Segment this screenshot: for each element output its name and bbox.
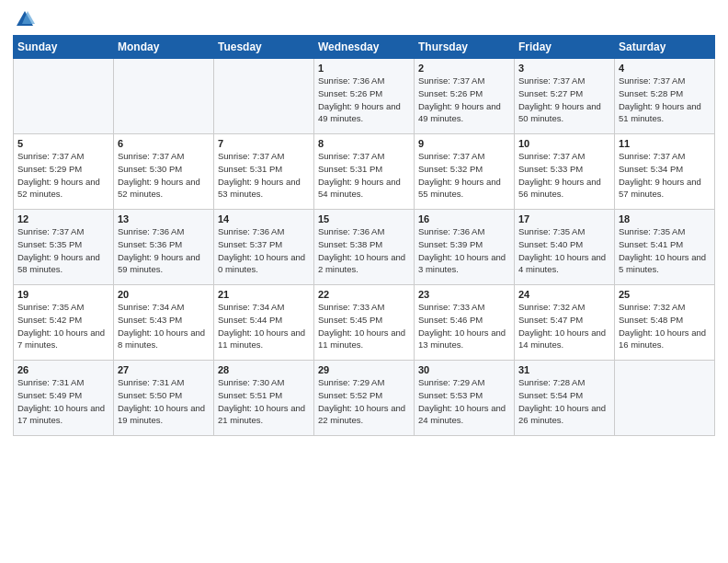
day-info: Sunrise: 7:37 AM Sunset: 5:33 PM Dayligh… <box>518 150 610 201</box>
day-info: Sunrise: 7:29 AM Sunset: 5:52 PM Dayligh… <box>318 376 410 427</box>
day-number: 27 <box>118 364 210 375</box>
day-cell-23: 23Sunrise: 7:33 AM Sunset: 5:46 PM Dayli… <box>415 285 515 361</box>
day-info: Sunrise: 7:35 AM Sunset: 5:41 PM Dayligh… <box>619 225 711 276</box>
day-cell-3: 3Sunrise: 7:37 AM Sunset: 5:27 PM Daylig… <box>515 59 615 134</box>
day-cell-30: 30Sunrise: 7:29 AM Sunset: 5:53 PM Dayli… <box>415 361 515 436</box>
day-number: 26 <box>17 364 109 375</box>
day-info: Sunrise: 7:36 AM Sunset: 5:38 PM Dayligh… <box>318 225 410 276</box>
day-number: 1 <box>318 63 410 74</box>
day-number: 14 <box>218 213 310 224</box>
day-cell-6: 6Sunrise: 7:37 AM Sunset: 5:30 PM Daylig… <box>114 134 214 210</box>
day-number: 19 <box>17 289 109 300</box>
day-number: 20 <box>118 289 210 300</box>
day-cell-16: 16Sunrise: 7:36 AM Sunset: 5:39 PM Dayli… <box>415 210 515 285</box>
day-number: 5 <box>17 138 109 149</box>
day-cell-1: 1Sunrise: 7:36 AM Sunset: 5:26 PM Daylig… <box>314 59 415 134</box>
day-number: 21 <box>218 289 310 300</box>
day-info: Sunrise: 7:37 AM Sunset: 5:28 PM Dayligh… <box>619 75 711 125</box>
day-number: 16 <box>418 213 510 224</box>
day-cell-15: 15Sunrise: 7:36 AM Sunset: 5:38 PM Dayli… <box>314 210 415 285</box>
day-cell-28: 28Sunrise: 7:30 AM Sunset: 5:51 PM Dayli… <box>214 361 314 436</box>
day-info: Sunrise: 7:35 AM Sunset: 5:42 PM Dayligh… <box>17 301 109 351</box>
week-row-1: 1Sunrise: 7:36 AM Sunset: 5:26 PM Daylig… <box>14 59 715 134</box>
day-number: 18 <box>619 213 711 224</box>
day-cell-14: 14Sunrise: 7:36 AM Sunset: 5:37 PM Dayli… <box>214 210 314 285</box>
day-info: Sunrise: 7:28 AM Sunset: 5:54 PM Dayligh… <box>518 376 610 427</box>
header <box>13 9 715 29</box>
weekday-saturday: Saturday <box>615 36 715 59</box>
day-info: Sunrise: 7:37 AM Sunset: 5:27 PM Dayligh… <box>518 75 610 125</box>
calendar: SundayMondayTuesdayWednesdayThursdayFrid… <box>13 35 715 436</box>
day-number: 24 <box>518 289 610 300</box>
day-info: Sunrise: 7:37 AM Sunset: 5:30 PM Dayligh… <box>118 150 210 201</box>
day-cell-18: 18Sunrise: 7:35 AM Sunset: 5:41 PM Dayli… <box>615 210 715 285</box>
day-cell-20: 20Sunrise: 7:34 AM Sunset: 5:43 PM Dayli… <box>114 285 214 361</box>
day-cell-9: 9Sunrise: 7:37 AM Sunset: 5:32 PM Daylig… <box>415 134 515 210</box>
weekday-monday: Monday <box>114 36 214 59</box>
logo <box>13 9 35 29</box>
day-number: 3 <box>518 63 610 74</box>
day-info: Sunrise: 7:31 AM Sunset: 5:49 PM Dayligh… <box>17 376 109 427</box>
day-number: 30 <box>418 364 510 375</box>
empty-cell <box>14 59 114 134</box>
day-number: 29 <box>318 364 410 375</box>
page: SundayMondayTuesdayWednesdayThursdayFrid… <box>0 0 728 563</box>
day-info: Sunrise: 7:34 AM Sunset: 5:43 PM Dayligh… <box>118 301 210 351</box>
day-info: Sunrise: 7:32 AM Sunset: 5:48 PM Dayligh… <box>619 301 711 351</box>
weekday-friday: Friday <box>515 36 615 59</box>
day-cell-7: 7Sunrise: 7:37 AM Sunset: 5:31 PM Daylig… <box>214 134 314 210</box>
day-cell-24: 24Sunrise: 7:32 AM Sunset: 5:47 PM Dayli… <box>515 285 615 361</box>
day-info: Sunrise: 7:37 AM Sunset: 5:29 PM Dayligh… <box>17 150 109 201</box>
day-info: Sunrise: 7:37 AM Sunset: 5:32 PM Dayligh… <box>418 150 510 201</box>
day-cell-11: 11Sunrise: 7:37 AM Sunset: 5:34 PM Dayli… <box>615 134 715 210</box>
weekday-sunday: Sunday <box>14 36 114 59</box>
day-info: Sunrise: 7:37 AM Sunset: 5:31 PM Dayligh… <box>318 150 410 201</box>
day-number: 25 <box>619 289 711 300</box>
day-number: 15 <box>318 213 410 224</box>
day-info: Sunrise: 7:36 AM Sunset: 5:26 PM Dayligh… <box>318 75 410 125</box>
weekday-thursday: Thursday <box>415 36 515 59</box>
day-number: 2 <box>418 63 510 74</box>
day-info: Sunrise: 7:36 AM Sunset: 5:36 PM Dayligh… <box>118 225 210 276</box>
day-cell-12: 12Sunrise: 7:37 AM Sunset: 5:35 PM Dayli… <box>14 210 114 285</box>
day-number: 22 <box>318 289 410 300</box>
day-cell-26: 26Sunrise: 7:31 AM Sunset: 5:49 PM Dayli… <box>14 361 114 436</box>
day-number: 28 <box>218 364 310 375</box>
empty-cell <box>114 59 214 134</box>
day-number: 8 <box>318 138 410 149</box>
day-info: Sunrise: 7:30 AM Sunset: 5:51 PM Dayligh… <box>218 376 310 427</box>
day-cell-4: 4Sunrise: 7:37 AM Sunset: 5:28 PM Daylig… <box>615 59 715 134</box>
day-info: Sunrise: 7:34 AM Sunset: 5:44 PM Dayligh… <box>218 301 310 351</box>
day-number: 23 <box>418 289 510 300</box>
day-info: Sunrise: 7:35 AM Sunset: 5:40 PM Dayligh… <box>518 225 610 276</box>
week-row-2: 5Sunrise: 7:37 AM Sunset: 5:29 PM Daylig… <box>14 134 715 210</box>
day-cell-13: 13Sunrise: 7:36 AM Sunset: 5:36 PM Dayli… <box>114 210 214 285</box>
day-cell-5: 5Sunrise: 7:37 AM Sunset: 5:29 PM Daylig… <box>14 134 114 210</box>
day-info: Sunrise: 7:37 AM Sunset: 5:31 PM Dayligh… <box>218 150 310 201</box>
day-cell-25: 25Sunrise: 7:32 AM Sunset: 5:48 PM Dayli… <box>615 285 715 361</box>
day-info: Sunrise: 7:36 AM Sunset: 5:37 PM Dayligh… <box>218 225 310 276</box>
weekday-wednesday: Wednesday <box>314 36 415 59</box>
day-number: 6 <box>118 138 210 149</box>
day-number: 7 <box>218 138 310 149</box>
day-number: 11 <box>619 138 711 149</box>
day-cell-29: 29Sunrise: 7:29 AM Sunset: 5:52 PM Dayli… <box>314 361 415 436</box>
day-number: 10 <box>518 138 610 149</box>
day-info: Sunrise: 7:29 AM Sunset: 5:53 PM Dayligh… <box>418 376 510 427</box>
day-number: 17 <box>518 213 610 224</box>
day-cell-10: 10Sunrise: 7:37 AM Sunset: 5:33 PM Dayli… <box>515 134 615 210</box>
day-info: Sunrise: 7:37 AM Sunset: 5:35 PM Dayligh… <box>17 225 109 276</box>
day-info: Sunrise: 7:33 AM Sunset: 5:46 PM Dayligh… <box>418 301 510 351</box>
day-number: 13 <box>118 213 210 224</box>
day-cell-31: 31Sunrise: 7:28 AM Sunset: 5:54 PM Dayli… <box>515 361 615 436</box>
day-cell-8: 8Sunrise: 7:37 AM Sunset: 5:31 PM Daylig… <box>314 134 415 210</box>
day-info: Sunrise: 7:32 AM Sunset: 5:47 PM Dayligh… <box>518 301 610 351</box>
day-info: Sunrise: 7:37 AM Sunset: 5:34 PM Dayligh… <box>619 150 711 201</box>
week-row-3: 12Sunrise: 7:37 AM Sunset: 5:35 PM Dayli… <box>14 210 715 285</box>
weekday-header-row: SundayMondayTuesdayWednesdayThursdayFrid… <box>14 36 715 59</box>
day-cell-27: 27Sunrise: 7:31 AM Sunset: 5:50 PM Dayli… <box>114 361 214 436</box>
logo-icon <box>15 9 35 29</box>
day-info: Sunrise: 7:37 AM Sunset: 5:26 PM Dayligh… <box>418 75 510 125</box>
day-cell-2: 2Sunrise: 7:37 AM Sunset: 5:26 PM Daylig… <box>415 59 515 134</box>
day-cell-22: 22Sunrise: 7:33 AM Sunset: 5:45 PM Dayli… <box>314 285 415 361</box>
